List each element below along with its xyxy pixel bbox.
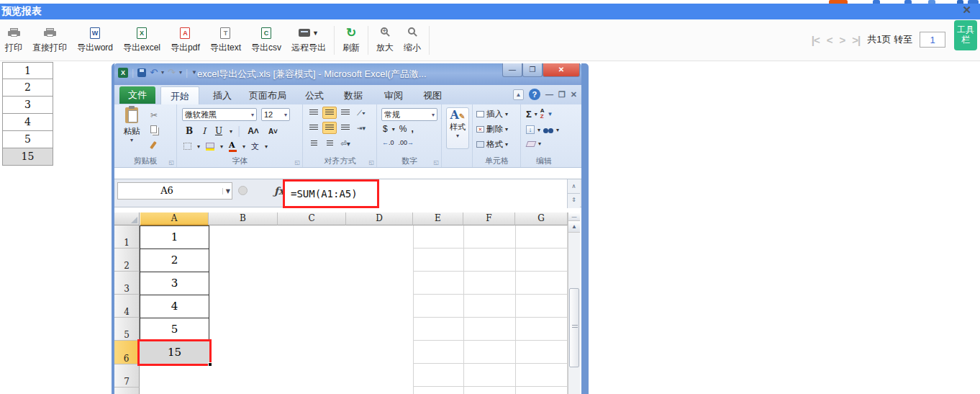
autosum-button[interactable]: Σ xyxy=(526,109,532,120)
dialog-launcher-icon[interactable]: ◱ xyxy=(368,159,374,166)
scrollbar-thumb[interactable] xyxy=(569,288,579,367)
clear-button[interactable] xyxy=(526,141,537,147)
borders-icon[interactable] xyxy=(183,143,191,150)
goto-page-input[interactable] xyxy=(920,32,945,48)
dialog-launcher-icon[interactable]: ◱ xyxy=(294,159,300,166)
refresh-button[interactable]: ↻ 刷新 xyxy=(337,24,365,56)
column-header-b[interactable]: B xyxy=(209,212,278,225)
align-left-button[interactable] xyxy=(307,122,321,134)
cell-a4[interactable]: 4 xyxy=(140,295,209,318)
zoom-in-button[interactable]: + 放大 xyxy=(371,24,399,56)
undo-icon[interactable]: ↶ xyxy=(150,67,158,78)
format-cells-button[interactable]: 格式▾ xyxy=(476,139,508,150)
export-word-button[interactable]: W 导出word xyxy=(72,24,118,56)
align-center-button[interactable] xyxy=(322,122,337,134)
fill-color-button[interactable] xyxy=(206,143,214,151)
orientation-button[interactable]: ⟋▾ xyxy=(354,107,368,119)
decrease-decimal-button[interactable]: .00→ xyxy=(399,139,414,146)
cell-styles-button[interactable]: A✎ 样式 ▾ xyxy=(446,107,469,149)
phonetic-guide-button[interactable]: 文 xyxy=(251,141,259,152)
delete-cells-button[interactable]: ✕ 删除▾ xyxy=(476,124,508,135)
increase-decimal-button[interactable]: ←.0 xyxy=(382,139,394,146)
help-icon[interactable]: ? xyxy=(529,89,540,100)
customize-qat-icon[interactable]: ▼ xyxy=(191,69,197,76)
cut-button[interactable]: ✂ xyxy=(150,108,158,121)
fill-down-button[interactable]: ↓ xyxy=(526,125,535,134)
row-header-8[interactable]: 8 xyxy=(114,388,140,394)
dialog-launcher-icon[interactable]: ◱ xyxy=(433,159,439,166)
column-header-e[interactable]: E xyxy=(413,212,463,225)
tab-page-layout[interactable]: 页面布局 xyxy=(244,86,291,104)
column-header-f[interactable]: F xyxy=(463,212,515,225)
tab-formulas[interactable]: 公式 xyxy=(299,86,330,104)
next-page-icon[interactable]: > xyxy=(839,34,845,46)
select-all-corner[interactable] xyxy=(114,212,140,225)
column-header-d[interactable]: D xyxy=(346,212,413,225)
grow-font-button[interactable]: A˄ xyxy=(245,126,261,136)
column-header-g[interactable]: G xyxy=(515,212,568,225)
percent-button[interactable]: % xyxy=(399,124,407,134)
tab-insert[interactable]: 插入 xyxy=(207,86,238,104)
copy-button[interactable] xyxy=(150,123,157,136)
align-top-button[interactable] xyxy=(307,107,321,119)
export-text-button[interactable]: T 导出text xyxy=(205,24,246,56)
cell-a2[interactable]: 2 xyxy=(140,249,209,272)
cell-a3[interactable]: 3 xyxy=(140,272,209,295)
cell-a1[interactable]: 1 xyxy=(140,226,209,249)
workbook-minimize-icon[interactable]: — xyxy=(545,90,553,99)
name-box[interactable]: A6 ▼ xyxy=(117,182,232,200)
last-page-icon[interactable]: >| xyxy=(852,34,860,46)
find-select-button[interactable] xyxy=(543,123,553,136)
tab-view[interactable]: 视图 xyxy=(417,86,448,104)
dialog-launcher-icon[interactable]: ◱ xyxy=(168,159,174,166)
minimize-button[interactable]: — xyxy=(502,63,522,77)
currency-button[interactable]: $ xyxy=(383,124,388,134)
tab-home[interactable]: 开始 xyxy=(160,86,199,104)
row-header-7[interactable]: 7 xyxy=(114,364,140,388)
cell-a6-selected[interactable]: 15 xyxy=(137,339,212,366)
sort-filter-button[interactable]: AZ xyxy=(540,108,545,120)
export-pdf-button[interactable]: A 导出pdf xyxy=(165,24,205,56)
paste-button[interactable]: 粘贴 ▾ xyxy=(119,107,145,143)
direct-print-button[interactable]: 直接打印 xyxy=(27,24,72,56)
bold-button[interactable]: B xyxy=(183,126,195,136)
italic-button[interactable]: I xyxy=(200,126,208,136)
row-header-5[interactable]: 5 xyxy=(114,318,140,341)
underline-button[interactable]: U xyxy=(213,126,224,136)
workbook-restore-icon[interactable]: ❐ xyxy=(558,90,566,99)
prev-page-icon[interactable]: < xyxy=(827,34,832,46)
workbook-close-icon[interactable]: ✕ xyxy=(571,90,577,99)
column-header-c[interactable]: C xyxy=(278,212,346,225)
save-icon[interactable] xyxy=(137,68,146,77)
comma-button[interactable]: , xyxy=(411,124,413,134)
chevron-down-icon[interactable]: ▾ xyxy=(161,69,164,76)
font-name-combo[interactable]: 微软雅黑▾ xyxy=(182,108,257,121)
row-header-4[interactable]: 4 xyxy=(114,295,140,318)
maximize-button[interactable]: ❐ xyxy=(522,63,543,77)
minimize-ribbon-icon[interactable]: ▲ xyxy=(513,89,524,100)
close-icon[interactable]: ✕ xyxy=(962,4,971,17)
decrease-indent-button[interactable] xyxy=(307,138,321,150)
zoom-out-button[interactable]: 缩小 xyxy=(399,24,426,56)
font-color-button[interactable]: A xyxy=(229,140,237,152)
increase-indent-button[interactable] xyxy=(322,138,337,150)
row-header-1[interactable]: 1 xyxy=(114,225,140,249)
row-header-2[interactable]: 2 xyxy=(114,249,140,272)
chevron-down-icon[interactable]: ▾ xyxy=(179,69,182,76)
first-page-icon[interactable]: |< xyxy=(812,34,820,46)
row-header-3[interactable]: 3 xyxy=(114,272,140,295)
close-button[interactable]: ✕ xyxy=(543,63,580,77)
align-right-button[interactable] xyxy=(338,122,353,134)
column-header-a[interactable]: A xyxy=(140,212,209,225)
cell-range-a1-a5[interactable]: 1 2 3 4 5 xyxy=(140,225,209,341)
toolbar-toggle-button[interactable]: 工具栏 xyxy=(954,20,977,50)
tab-data[interactable]: 数据 xyxy=(337,86,369,104)
tab-review[interactable]: 审阅 xyxy=(378,86,409,104)
remote-export-button[interactable]: ▼ 远程导出 xyxy=(286,24,331,56)
tab-file[interactable]: 文件 xyxy=(119,86,155,104)
shrink-font-button[interactable]: A˅ xyxy=(266,127,280,135)
format-painter-button[interactable] xyxy=(152,139,155,152)
merge-center-button[interactable]: ⇥▾ xyxy=(354,122,368,134)
print-button[interactable]: 打印 xyxy=(0,24,27,56)
scroll-up-icon[interactable]: ▲ xyxy=(568,221,580,233)
